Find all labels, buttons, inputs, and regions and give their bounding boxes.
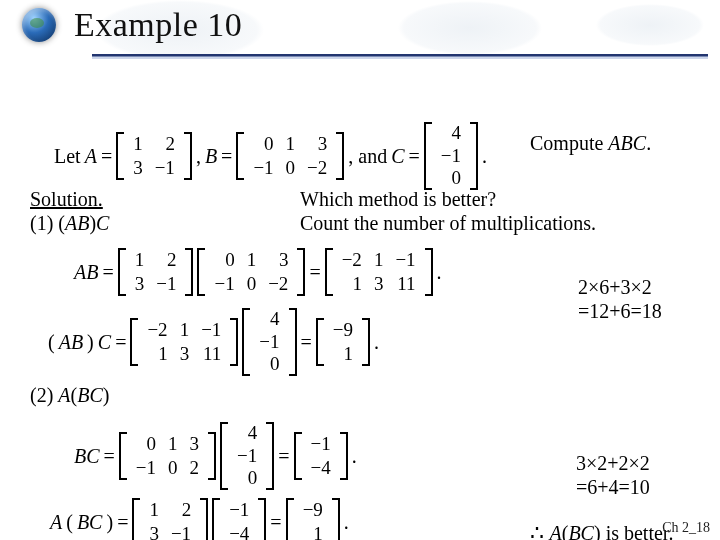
eq4: = xyxy=(102,261,113,284)
concl-A: A xyxy=(550,522,562,540)
eq8: = xyxy=(104,445,115,468)
matrix-BC-rep: −1−4 xyxy=(212,498,266,540)
ABC-close: ) xyxy=(87,331,94,354)
matrix-BC-result: −1−4 xyxy=(294,432,348,480)
compute-target: ABC xyxy=(608,132,646,154)
eq10: = xyxy=(117,511,128,534)
eq3: = xyxy=(409,145,420,168)
period4: . xyxy=(374,331,379,354)
A-symbol: A xyxy=(85,145,97,168)
question-line1: Which method is better? xyxy=(300,188,496,211)
period5: . xyxy=(352,445,357,468)
and-label: , and xyxy=(348,145,387,168)
matrix-A: 123−1 xyxy=(116,132,192,180)
concl-BC: BC xyxy=(568,522,594,540)
period3: . xyxy=(437,261,442,284)
matrix-AB-rep: −21−11311 xyxy=(130,318,238,366)
eq-ABC2: A(BC) = 123−1 −1−4 = −91 . xyxy=(50,498,349,540)
ABC-C: C xyxy=(98,331,111,354)
comma1: , xyxy=(196,145,201,168)
let-label: Let xyxy=(54,145,81,168)
slide-title: Example 10 xyxy=(74,6,242,44)
ABC2-close: ) xyxy=(106,511,113,534)
matrix-C-rep2: 4−10 xyxy=(220,422,274,490)
period2: . xyxy=(646,132,651,154)
part2-BC: BC xyxy=(77,384,103,406)
cost2-line2: =6+4=10 xyxy=(576,476,650,499)
ABC2-A: A xyxy=(50,511,62,534)
part1-open: (1) ( xyxy=(30,212,65,234)
matrix-A-rep: 123−1 xyxy=(118,248,194,296)
compute-label: Compute ABC. xyxy=(530,132,651,155)
part1-AB: AB xyxy=(65,212,89,234)
compute-word: Compute xyxy=(530,132,608,154)
matrix-C: 4−10 xyxy=(424,122,478,190)
cost1-line1: 2×6+3×2 xyxy=(578,276,652,299)
eq1: = xyxy=(101,145,112,168)
part2-pclose: ) xyxy=(103,384,110,406)
question-line2: Count the number of multiplications. xyxy=(300,212,596,235)
globe-bullet-icon xyxy=(22,8,56,42)
cost2-line1: 3×2+2×2 xyxy=(576,452,650,475)
conclusion: ∴ A(BC) is better. xyxy=(530,520,673,540)
eq9: = xyxy=(278,445,289,468)
part1-C: C xyxy=(96,212,109,234)
eq7: = xyxy=(301,331,312,354)
eq-ABC: (AB)C = −21−11311 4−10 = −91 . xyxy=(48,308,379,376)
matrix-ABC-result: −91 xyxy=(316,318,370,366)
eq-AB: AB = 123−1 013−10−2 = −21−11311 . xyxy=(74,248,442,296)
eq2: = xyxy=(221,145,232,168)
C-symbol: C xyxy=(391,145,404,168)
therefore-icon: ∴ xyxy=(530,520,550,540)
eq-BC: BC = 013−102 4−10 = −1−4 . xyxy=(74,422,357,490)
period1: . xyxy=(482,145,487,168)
matrix-B-rep2: 013−102 xyxy=(119,432,216,480)
BC-lhs: BC xyxy=(74,445,100,468)
part2-A: A xyxy=(58,384,70,406)
part1-label: (1) (AB)C xyxy=(30,212,109,235)
ABC-open: ( xyxy=(48,331,55,354)
solution-heading: Solution. xyxy=(30,188,103,211)
part2-open: (2) xyxy=(30,384,58,406)
eq5: = xyxy=(309,261,320,284)
part2-label: (2) A(BC) xyxy=(30,384,109,407)
eq11: = xyxy=(270,511,281,534)
AB-lhs: AB xyxy=(74,261,98,284)
matrix-B: 013−10−2 xyxy=(236,132,344,180)
matrix-B-rep: 013−10−2 xyxy=(197,248,305,296)
period6: . xyxy=(344,511,349,534)
matrix-A-rep2: 123−1 xyxy=(132,498,208,540)
cost1-line2: =12+6=18 xyxy=(578,300,662,323)
slide-header: Example 10 xyxy=(0,0,720,44)
ABC-AB: AB xyxy=(59,331,83,354)
slide-footer: Ch 2_18 xyxy=(662,520,710,536)
ABC2-BC: BC xyxy=(77,511,103,534)
problem-statement: Let A = 123−1 , B = 013−10−2 , and C = 4… xyxy=(54,122,487,190)
matrix-C-rep: 4−10 xyxy=(242,308,296,376)
ABC2-open: ( xyxy=(66,511,73,534)
matrix-AB-result: −21−11311 xyxy=(325,248,433,296)
concl-close: ) xyxy=(594,522,601,540)
eq6: = xyxy=(115,331,126,354)
slide-content: Let A = 123−1 , B = 013−10−2 , and C = 4… xyxy=(0,44,720,58)
B-symbol: B xyxy=(205,145,217,168)
matrix-ABC2-result: −91 xyxy=(286,498,340,540)
